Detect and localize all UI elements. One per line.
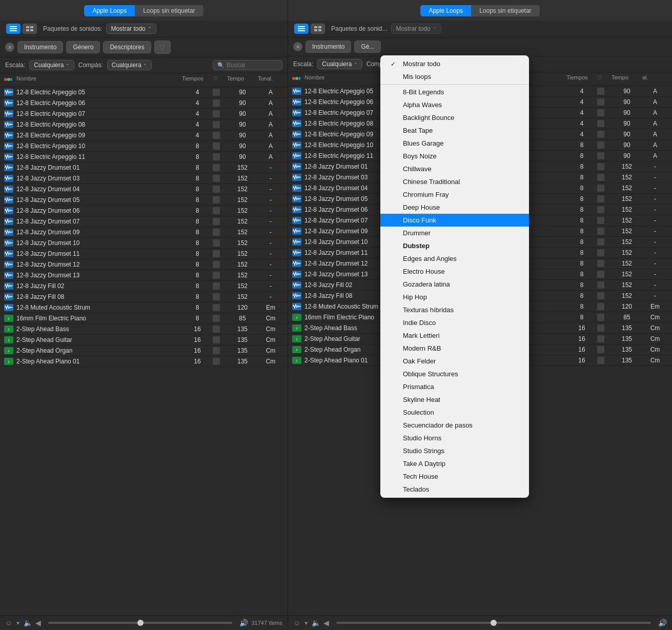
row-heart-checkbox[interactable] xyxy=(213,89,220,96)
left-genero-button[interactable]: Género xyxy=(66,41,100,53)
table-row[interactable]: ♪ 2-Step Ahead Guitar 16 135 Cm xyxy=(0,335,288,346)
dropdown-item[interactable]: Dubstep xyxy=(380,239,529,252)
dropdown-item[interactable]: Mis loops xyxy=(380,70,529,83)
dropdown-item[interactable]: Tech House xyxy=(380,470,529,483)
row-heart-checkbox[interactable] xyxy=(597,131,604,138)
row-heart-checkbox[interactable] xyxy=(597,335,604,342)
dropdown-item[interactable]: Chinese Traditional xyxy=(380,175,529,188)
row-heart-checkbox[interactable] xyxy=(597,346,604,353)
left-tab-sin-etiquetar[interactable]: Loops sin etiquetar xyxy=(135,5,203,16)
dropdown-item[interactable]: Boys Noize xyxy=(380,150,529,162)
dropdown-item[interactable]: Edges and Angles xyxy=(380,252,529,265)
dropdown-item[interactable]: Hip Hop xyxy=(380,291,529,303)
dropdown-item[interactable]: Backlight Bounce xyxy=(380,111,529,124)
left-clear-button[interactable]: ✕ xyxy=(5,43,14,52)
table-row[interactable]: 12-8 Jazzy Drumset 01 8 152 - xyxy=(0,162,288,173)
table-row[interactable]: ♪ 16mm Film Electric Piano 8 85 Cm xyxy=(0,313,288,324)
dropdown-item[interactable]: Indie Disco xyxy=(380,316,529,329)
row-heart-checkbox[interactable] xyxy=(597,195,604,202)
row-heart-checkbox[interactable] xyxy=(597,271,604,278)
row-heart-checkbox[interactable] xyxy=(213,196,220,204)
table-row[interactable]: 12-8 Electric Arpeggio 06 4 90 A xyxy=(0,98,288,109)
left-search-input[interactable] xyxy=(227,62,278,69)
row-heart-checkbox[interactable] xyxy=(597,141,604,149)
dropdown-item[interactable]: Oak Felder xyxy=(380,355,529,368)
row-heart-checkbox[interactable] xyxy=(597,260,604,267)
right-tab-apple-loops[interactable]: Apple Loops xyxy=(420,5,471,16)
left-footer-smiley-icon[interactable]: ☺ xyxy=(5,619,12,627)
dropdown-item[interactable]: Chromium Fray xyxy=(380,188,529,201)
left-scrubber[interactable] xyxy=(48,622,232,624)
row-heart-checkbox[interactable] xyxy=(597,120,604,127)
right-footer-chevron-icon[interactable]: ▼ xyxy=(303,620,309,626)
right-genero-button[interactable]: Gé... xyxy=(354,40,381,53)
dropdown-item[interactable]: Teclados xyxy=(380,483,529,496)
dropdown-item[interactable]: Gozadera latina xyxy=(380,278,529,291)
right-paquetes-select[interactable]: Mostrar todo ⌃ xyxy=(391,24,441,34)
left-compas-select[interactable]: Cualquiera ⌃ xyxy=(107,60,152,70)
table-row[interactable]: 12-8 Jazzy Drumset 11 8 152 - xyxy=(0,249,288,259)
row-heart-checkbox[interactable] xyxy=(597,292,604,299)
dropdown-item[interactable]: Studio Strings xyxy=(380,444,529,457)
row-heart-checkbox[interactable] xyxy=(597,249,604,256)
grid-view-button[interactable] xyxy=(23,24,37,34)
row-heart-checkbox[interactable] xyxy=(213,347,220,354)
row-heart-checkbox[interactable] xyxy=(213,121,220,128)
row-heart-checkbox[interactable] xyxy=(597,228,604,235)
row-heart-checkbox[interactable] xyxy=(213,304,220,311)
dropdown-item[interactable]: Soulection xyxy=(380,406,529,419)
table-row[interactable]: ♪ 2-Step Ahead Organ 16 135 Cm xyxy=(0,346,288,356)
left-search-box[interactable]: 🔍 xyxy=(213,60,282,70)
table-row[interactable]: 12-8 Jazzy Drumset 09 8 152 - xyxy=(0,227,288,238)
dropdown-item[interactable]: Blues Garage xyxy=(380,137,529,150)
row-heart-checkbox[interactable] xyxy=(213,293,220,300)
row-heart-checkbox[interactable] xyxy=(597,281,604,289)
right-list-view-button[interactable] xyxy=(294,24,309,34)
right-footer-smiley-icon[interactable]: ☺ xyxy=(293,619,300,627)
row-heart-checkbox[interactable] xyxy=(213,175,220,182)
row-heart-checkbox[interactable] xyxy=(213,186,220,193)
table-row[interactable]: 12-8 Electric Arpeggio 09 4 90 A xyxy=(0,130,288,141)
table-row[interactable]: 12-8 Jazzy Drumset 04 8 152 - xyxy=(0,184,288,195)
table-row[interactable]: 12-8 Electric Arpeggio 07 4 90 A xyxy=(0,109,288,119)
row-heart-checkbox[interactable] xyxy=(213,110,220,117)
row-heart-checkbox[interactable] xyxy=(213,218,220,225)
left-tab-apple-loops[interactable]: Apple Loops xyxy=(84,5,135,16)
row-heart-checkbox[interactable] xyxy=(213,229,220,236)
left-paquetes-select[interactable]: Mostrar todo ⌃ xyxy=(106,24,156,34)
dropdown-item[interactable]: Chillwave xyxy=(380,162,529,175)
left-heart-button[interactable]: ♡ xyxy=(154,40,171,54)
dropdown-item[interactable]: Secuenciador de pasos xyxy=(380,419,529,432)
row-heart-checkbox[interactable] xyxy=(597,109,604,116)
right-footer-rewind-icon[interactable]: ◀ xyxy=(323,619,329,627)
row-heart-checkbox[interactable] xyxy=(213,164,220,171)
list-view-button[interactable] xyxy=(6,24,21,34)
row-heart-checkbox[interactable] xyxy=(597,206,604,213)
right-instrumento-button[interactable]: Instrumento xyxy=(306,40,351,53)
table-row[interactable]: 12-8 Muted Acoustic Strum 8 120 Em xyxy=(0,302,288,313)
dropdown-item[interactable]: Studio Horns xyxy=(380,432,529,444)
table-row[interactable]: 12-8 Jazzy Drumset 05 8 152 - xyxy=(0,195,288,206)
dropdown-item[interactable]: Mark Lettieri xyxy=(380,329,529,342)
dropdown-item[interactable]: ✓ Mostrar todo xyxy=(380,57,529,70)
row-heart-checkbox[interactable] xyxy=(213,239,220,247)
left-footer-rewind-icon[interactable]: ◀ xyxy=(35,619,41,627)
left-footer-chevron-icon[interactable]: ▼ xyxy=(15,620,21,626)
right-tab-sin-etiquetar[interactable]: Loops sin etiquetar xyxy=(471,5,539,16)
row-heart-checkbox[interactable] xyxy=(597,174,604,181)
row-heart-checkbox[interactable] xyxy=(597,303,604,310)
table-row[interactable]: 12-8 Electric Arpeggio 10 8 90 A xyxy=(0,141,288,152)
row-heart-checkbox[interactable] xyxy=(213,250,220,257)
row-heart-checkbox[interactable] xyxy=(213,272,220,279)
table-row[interactable]: 12-8 Jazzy Drumset 10 8 152 - xyxy=(0,238,288,249)
row-heart-checkbox[interactable] xyxy=(213,326,220,333)
dropdown-item[interactable]: Disco Funk xyxy=(380,214,529,227)
right-grid-view-button[interactable] xyxy=(311,24,325,34)
row-heart-checkbox[interactable] xyxy=(213,315,220,322)
left-escala-select[interactable]: Cualquiera ⌃ xyxy=(29,60,74,70)
row-heart-checkbox[interactable] xyxy=(597,314,604,321)
row-heart-checkbox[interactable] xyxy=(597,324,604,332)
right-escala-select[interactable]: Cualquiera ⌃ xyxy=(317,59,362,69)
table-row[interactable]: 12-8 Jazzy Fill 02 8 152 - xyxy=(0,281,288,292)
right-scrubber[interactable] xyxy=(336,622,651,624)
